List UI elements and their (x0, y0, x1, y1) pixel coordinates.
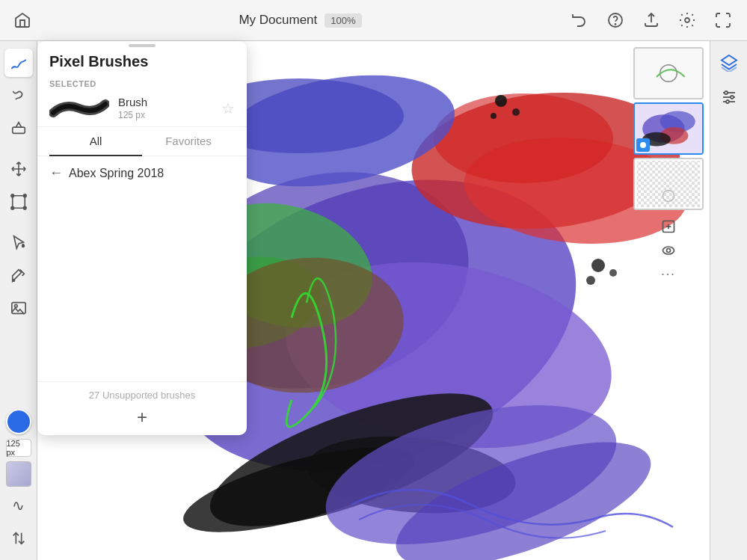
smudge-tool-button[interactable] (4, 81, 33, 110)
panel-footer: 27 Unsupported brushes + (37, 381, 247, 435)
svg-point-39 (731, 96, 734, 99)
more-options-button[interactable]: ··· (657, 264, 680, 285)
layer-controls: ··· (633, 213, 704, 288)
tab-all[interactable]: All (49, 127, 142, 156)
svg-point-38 (725, 91, 728, 94)
add-layer-button[interactable] (657, 216, 680, 237)
svg-point-5 (10, 194, 13, 197)
selected-label: SELECTED (37, 75, 247, 90)
layer-3-thumbnail[interactable] (633, 158, 704, 210)
svg-rect-10 (11, 303, 25, 314)
brush-list[interactable] (37, 187, 247, 381)
brush-size: 125 px (118, 110, 212, 120)
svg-point-7 (10, 206, 13, 209)
home-button[interactable] (12, 10, 33, 31)
svg-point-40 (726, 100, 729, 103)
zoom-level[interactable]: 100% (325, 13, 361, 28)
svg-rect-4 (12, 196, 25, 209)
brush-panel: Pixel Brushes SELECTED Brush 125 px ☆ Al… (37, 41, 247, 435)
right-panel (710, 41, 747, 560)
help-button[interactable] (603, 8, 627, 32)
transform-tool-button[interactable] (4, 188, 33, 216)
back-arrow-icon: ← (49, 165, 63, 181)
adjustments-button[interactable] (715, 83, 743, 111)
brush-texture-preview[interactable] (6, 461, 31, 487)
move-tool-button[interactable] (4, 155, 33, 183)
svg-marker-34 (722, 55, 737, 65)
svg-point-55 (667, 249, 671, 253)
svg-point-54 (663, 247, 674, 254)
layer-2-thumbnail[interactable] (633, 102, 704, 155)
svg-point-31 (591, 259, 605, 272)
svg-point-1 (615, 24, 616, 25)
brush-group-name: Abex Spring 2018 (69, 167, 164, 180)
svg-point-32 (609, 269, 617, 277)
brush-tool-button[interactable] (4, 49, 33, 77)
svg-point-17 (434, 93, 613, 183)
fullscreen-button[interactable] (711, 8, 735, 32)
settings-button[interactable] (675, 8, 699, 32)
svg-point-8 (23, 206, 26, 209)
tab-favorites[interactable]: Favorites (142, 127, 235, 156)
svg-rect-47 (637, 161, 701, 207)
layer-1-thumbnail[interactable] (633, 47, 704, 99)
svg-point-28 (495, 95, 507, 107)
fill-tool-button[interactable] (4, 228, 33, 256)
oscillate-tool-button[interactable]: ∿ (4, 491, 33, 520)
visibility-button[interactable] (657, 240, 680, 261)
add-brush-button[interactable]: + (49, 407, 235, 428)
eyedropper-tool-button[interactable] (4, 261, 33, 289)
svg-point-11 (14, 304, 17, 307)
document-title: My Document (239, 13, 317, 28)
svg-point-46 (642, 144, 645, 147)
layers-button[interactable] (715, 49, 743, 77)
selected-brush-row[interactable]: Brush 125 px ☆ (37, 90, 247, 127)
brush-name: Brush (118, 96, 212, 108)
erase-tool-button[interactable] (4, 114, 33, 143)
svg-point-6 (23, 194, 26, 197)
panel-tabs: All Favorites (37, 127, 247, 156)
brush-size-control[interactable]: 125 px (6, 439, 31, 457)
undo-button[interactable] (568, 8, 591, 32)
svg-point-2 (685, 18, 689, 22)
unsupported-text: 27 Unsupported brushes (49, 390, 235, 401)
brush-group-header[interactable]: ← Abex Spring 2018 (37, 156, 247, 187)
header: My Document 100% (0, 0, 747, 41)
drag-indicator (129, 44, 156, 47)
header-right (568, 8, 735, 32)
share-button[interactable] (639, 8, 663, 32)
left-toolbar: 125 px ∿ (0, 41, 37, 560)
svg-point-33 (586, 276, 595, 285)
panel-header: Pixel Brushes (37, 46, 247, 75)
image-tool-button[interactable] (4, 294, 33, 322)
layer-active-badge (636, 138, 650, 152)
svg-rect-3 (12, 127, 25, 133)
header-center: My Document 100% (239, 13, 361, 28)
svg-point-29 (512, 108, 520, 116)
layer-thumbnails-panel: ··· (627, 41, 710, 294)
panel-title: Pixel Brushes (49, 53, 148, 70)
color-swatch[interactable] (6, 409, 31, 434)
favorite-button[interactable]: ☆ (221, 99, 235, 117)
header-left (12, 10, 33, 31)
brush-info: Brush 125 px (118, 96, 212, 120)
svg-point-41 (660, 65, 677, 82)
svg-point-9 (12, 280, 14, 282)
brush-stroke-preview (49, 96, 109, 120)
svg-point-30 (491, 113, 497, 119)
adjust-tool-button[interactable] (4, 524, 33, 553)
